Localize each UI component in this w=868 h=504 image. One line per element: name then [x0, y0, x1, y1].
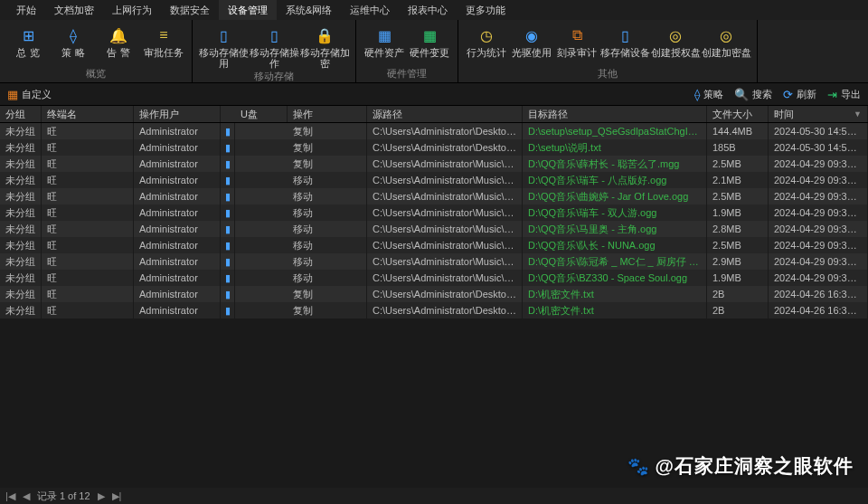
table-row[interactable]: 未分组旺Administrator▮移动C:\Users\Administrat… [0, 221, 868, 237]
ribbon-btn-3-1[interactable]: ◉光驱使用 [509, 24, 554, 66]
cell-user: Administrator [134, 221, 221, 237]
menu-item-7[interactable]: 报表中心 [399, 0, 457, 20]
ribbon-btn-label: 光驱使用 [512, 47, 552, 58]
ribbon-group-3: ◷行为统计◉光驱使用⧉刻录审计▯移存储设备◎创建授权盘◎创建加密盘其他 [458, 20, 758, 82]
ribbon-icon: ◷ [476, 25, 496, 45]
table-row[interactable]: 未分组旺Administrator▮移动C:\Users\Administrat… [0, 172, 868, 188]
table-row[interactable]: 未分组旺Administrator▮复制C:\Users\Administrat… [0, 139, 868, 156]
cell-size: 144.4MB [707, 123, 769, 139]
ribbon-btn-0-3[interactable]: ≡审批任务 [141, 24, 186, 66]
ribbon-icon: ◉ [522, 25, 542, 45]
table-row[interactable]: 未分组旺Administrator▮复制C:\Users\Administrat… [0, 156, 868, 172]
col-src[interactable]: 源路径 [367, 106, 523, 122]
ribbon-icon: ⊞ [18, 25, 38, 45]
cell-size: 2.5MB [707, 237, 769, 253]
watermark-text: @石家庄洞察之眼软件 [656, 453, 854, 479]
cell-op: 移动 [288, 237, 367, 253]
ribbon-group-label: 其他 [598, 66, 618, 82]
ribbon-btn-1-2[interactable]: 🔒移动存储加密 [299, 24, 350, 69]
nav-first-button[interactable]: |◀ [5, 490, 15, 502]
ribbon-btn-0-2[interactable]: 🔔告 警 [96, 24, 141, 66]
ribbon-group-2: ▦硬件资产▦硬件变更硬件管理 [356, 20, 458, 82]
cell-dst: D:\QQ音乐\薛村长 - 聪苦么了.mgg [523, 156, 707, 172]
status-bar: |◀ ◀ 记录 1 of 12 ▶ ▶| [0, 488, 868, 504]
col-terminal[interactable]: 终端名 [42, 106, 134, 122]
export-button[interactable]: ⇥ 导出 [827, 88, 861, 101]
usb-drive-icon: ▮ [225, 158, 231, 169]
cell-time: 2024-04-29 09:35:00 [769, 270, 868, 286]
ribbon-btn-0-1[interactable]: ⟠策 略 [51, 24, 96, 66]
table-row[interactable]: 未分组旺Administrator▮移动C:\Users\Administrat… [0, 204, 868, 221]
ribbon-icon: ▦ [420, 25, 439, 45]
menu-item-3[interactable]: 数据安全 [161, 0, 219, 20]
cell-time: 2024-04-29 09:35:11 [769, 237, 868, 253]
ribbon-btn-label: 刻录审计 [557, 47, 597, 58]
menu-item-6[interactable]: 运维中心 [341, 0, 399, 20]
cell-usb-icon: ▮ [221, 302, 235, 319]
cell-terminal: 旺 [42, 139, 134, 156]
col-op[interactable]: 操作 [288, 106, 367, 122]
table-row[interactable]: 未分组旺Administrator▮复制C:\Users\Administrat… [0, 123, 868, 139]
cell-op: 复制 [288, 156, 367, 172]
nav-last-button[interactable]: ▶| [112, 490, 122, 502]
ribbon-btn-1-0[interactable]: ▯移动存储使用 [198, 24, 249, 69]
col-group[interactable]: 分组 [0, 106, 42, 122]
table-row[interactable]: 未分组旺Administrator▮复制C:\Users\Administrat… [0, 302, 868, 319]
col-size[interactable]: 文件大小 [707, 106, 769, 122]
refresh-icon: ⟳ [783, 88, 793, 101]
cell-terminal: 旺 [42, 253, 134, 270]
menu-item-4[interactable]: 设备管理 [219, 0, 277, 20]
table-row[interactable]: 未分组旺Administrator▮移动C:\Users\Administrat… [0, 188, 868, 204]
cell-size: 1.9MB [707, 204, 769, 221]
ribbon-btn-3-5[interactable]: ◎创建加密盘 [701, 24, 751, 66]
sliders-icon: ⟠ [694, 88, 700, 101]
table-row[interactable]: 未分组旺Administrator▮复制C:\Users\Administrat… [0, 286, 868, 302]
cell-group: 未分组 [0, 270, 42, 286]
col-usb[interactable]: U盘 [235, 106, 288, 122]
ribbon-btn-3-0[interactable]: ◷行为统计 [464, 24, 509, 66]
menu-item-2[interactable]: 上网行为 [103, 0, 161, 20]
menu-item-5[interactable]: 系统&网络 [277, 0, 341, 20]
ribbon-btn-3-2[interactable]: ⧉刻录审计 [554, 24, 599, 66]
search-button[interactable]: 🔍 搜索 [734, 88, 772, 101]
strategy-button[interactable]: ⟠ 策略 [694, 88, 723, 101]
cell-size: 2B [707, 302, 769, 319]
ribbon-btn-2-1[interactable]: ▦硬件变更 [407, 24, 452, 66]
cell-group: 未分组 [0, 221, 42, 237]
ribbon-btn-2-0[interactable]: ▦硬件资产 [362, 24, 407, 66]
menu-item-1[interactable]: 文档加密 [45, 0, 103, 20]
cell-src: C:\Users\Administrator\Desktop\setup\说..… [367, 139, 523, 156]
cell-op: 复制 [288, 139, 367, 156]
ribbon-btn-1-1[interactable]: ▯移动存储操作 [249, 24, 299, 69]
ribbon-btn-0-0[interactable]: ⊞总 览 [5, 24, 51, 66]
menu-item-0[interactable]: 开始 [7, 0, 45, 20]
table-row[interactable]: 未分组旺Administrator▮移动C:\Users\Administrat… [0, 253, 868, 270]
table-row[interactable]: 未分组旺Administrator▮移动C:\Users\Administrat… [0, 270, 868, 286]
cell-group: 未分组 [0, 237, 42, 253]
col-dst[interactable]: 目标路径 [523, 106, 707, 122]
nav-prev-button[interactable]: ◀ [23, 490, 30, 502]
cell-src: C:\Users\Administrator\Desktop\机密文件.t... [367, 302, 523, 319]
record-counter: 记录 1 of 12 [37, 490, 90, 503]
table-row[interactable]: 未分组旺Administrator▮移动C:\Users\Administrat… [0, 237, 868, 253]
cell-group: 未分组 [0, 188, 42, 204]
nav-next-button[interactable]: ▶ [98, 490, 105, 502]
custom-button[interactable]: ▦ 自定义 [7, 88, 52, 101]
cell-time: 2024-04-29 09:35:18 [769, 188, 868, 204]
cell-size: 185B [707, 139, 769, 156]
usb-drive-icon: ▮ [225, 223, 231, 234]
refresh-button[interactable]: ⟳ 刷新 [783, 88, 816, 101]
cell-usb-icon: ▮ [221, 270, 235, 286]
ribbon-btn-3-4[interactable]: ◎创建授权盘 [650, 24, 701, 66]
cell-src: C:\Users\Administrator\Music\队长 - NUN... [367, 237, 523, 253]
cell-dst: D:\QQ音乐\瑞车 - 八点版好.ogg [523, 172, 707, 188]
col-time[interactable]: 时间▼ [769, 106, 868, 122]
menu-item-8[interactable]: 更多功能 [457, 0, 514, 20]
cell-size: 2.8MB [707, 221, 769, 237]
ribbon-btn-3-3[interactable]: ▯移存储设备 [599, 24, 650, 66]
export-icon: ⇥ [827, 88, 837, 101]
ribbon-icon: ▯ [615, 25, 635, 45]
col-user[interactable]: 操作用户 [134, 106, 221, 122]
cell-src: C:\Users\Administrator\Music\马里奥 - 主... [367, 221, 523, 237]
cell-src: C:\Users\Administrator\Desktop\机密文件.t... [367, 286, 523, 302]
